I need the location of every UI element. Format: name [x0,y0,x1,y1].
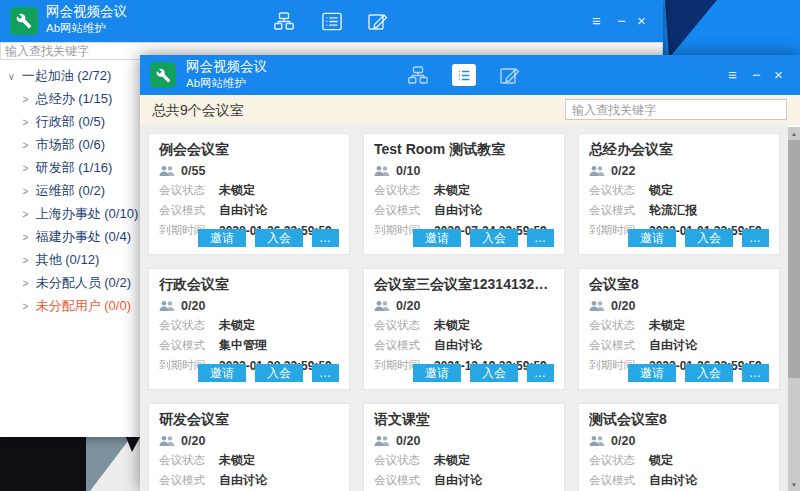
invite-button[interactable]: 邀请 [413,364,461,382]
mode-value: 自由讨论 [649,337,697,354]
attendees-icon [589,435,605,447]
meeting-room-card[interactable]: 会议室8 0/20 会议状态 未锁定 会议模式 自由讨论 到期时间 2022-0… [578,268,780,390]
chevron-icon[interactable]: > [19,272,32,295]
more-button[interactable]: … [312,364,339,382]
chevron-icon[interactable]: > [19,111,32,134]
room-list-icon-selected[interactable] [452,64,476,86]
attendees-icon [374,435,390,447]
more-button[interactable]: … [527,364,554,382]
join-button[interactable]: 入会 [685,364,733,382]
chevron-icon[interactable]: > [19,180,32,203]
invite-button[interactable]: 邀请 [413,229,461,247]
front-titlebar[interactable]: 网会视频会议 Ab网站维护 [140,55,800,95]
meeting-room-card[interactable]: 语文课堂 0/20 会议状态 未锁定 会议模式 自由讨论 到期时间 2022-0… [363,403,565,491]
wallpaper-black-block [0,437,86,491]
more-button[interactable]: … [527,229,554,247]
scroll-up-button[interactable]: ▲ [788,127,800,140]
org-chart-icon[interactable] [272,10,296,32]
attendees-icon [159,165,175,177]
chevron-icon[interactable]: > [19,134,32,157]
mode-value: 轮流汇报 [649,202,697,219]
invite-button[interactable]: 邀请 [628,229,676,247]
room-occupancy: 0/20 [611,434,635,448]
wallpaper-triangle [663,0,800,58]
screen: 网会视频会议 Ab网站维护 [0,0,800,491]
minimize-button[interactable]: − [752,67,761,82]
more-button[interactable]: … [312,229,339,247]
room-name: 例会会议室 [159,141,339,159]
chevron-icon[interactable]: > [19,88,32,111]
summary-toolbar: 总共9个会议室 [140,95,800,125]
mode-label: 会议模式 [374,203,424,218]
chevron-icon[interactable]: ∨ [5,65,18,88]
title-stack: 网会视频会议 Ab网站维护 [186,59,267,90]
status-value: 未锁定 [219,182,255,199]
minimize-button[interactable]: − [617,13,626,28]
meeting-room-card[interactable]: 行政会议室 0/20 会议状态 未锁定 会议模式 集中管理 到期时间 2023-… [148,268,350,390]
join-button[interactable]: 入会 [255,229,303,247]
room-search-input[interactable] [565,99,787,120]
room-occupancy: 0/20 [611,299,635,313]
status-label: 会议状态 [159,183,209,198]
back-titlebar[interactable]: 网会视频会议 Ab网站维护 [0,0,663,42]
app-title: 网会视频会议 [46,4,127,21]
tree-item-count: (0/10) [104,206,138,221]
menu-button[interactable]: ≡ [592,13,601,28]
join-button[interactable]: 入会 [470,364,518,382]
tree-item-count: (1/16) [78,160,112,175]
room-grid: 例会会议室 0/55 会议状态 未锁定 会议模式 自由讨论 到期时间 2028-… [140,125,788,491]
attendees-icon [374,300,390,312]
compose-icon[interactable] [498,64,522,86]
room-list-icon[interactable] [320,10,344,32]
compose-icon[interactable] [366,10,390,32]
status-value: 未锁定 [219,317,255,334]
scroll-down-button[interactable]: ▼ [788,478,800,491]
tree-item-count: (0/12) [65,252,99,267]
chevron-icon[interactable]: > [19,295,32,318]
mode-label: 会议模式 [159,338,209,353]
mode-label: 会议模式 [159,473,209,488]
mode-value: 自由讨论 [219,202,267,219]
meeting-room-card[interactable]: 研发会议室 0/20 会议状态 未锁定 会议模式 自由讨论 到期时间 2022-… [148,403,350,491]
meeting-room-card[interactable]: 总经办会议室 0/22 会议状态 锁定 会议模式 轮流汇报 到期时间 2022-… [578,133,780,255]
invite-button[interactable]: 邀请 [198,364,246,382]
close-button[interactable]: × [774,67,783,82]
join-button[interactable]: 入会 [470,229,518,247]
mode-label: 会议模式 [374,473,424,488]
room-name: Test Room 测试教室 [374,141,554,159]
close-button[interactable]: × [637,13,646,28]
status-value: 未锁定 [649,317,685,334]
meeting-room-card[interactable]: 测试会议室8 0/20 会议状态 锁定 会议模式 自由讨论 到期时间 2021-… [578,403,780,491]
meeting-room-card[interactable]: Test Room 测试教室 0/10 会议状态 未锁定 会议模式 自由讨论 到… [363,133,565,255]
room-occupancy: 0/20 [396,299,420,313]
vertical-scrollbar[interactable]: ▲ ▼ [788,127,800,491]
org-chart-icon[interactable] [406,64,430,86]
status-label: 会议状态 [589,183,639,198]
status-label: 会议状态 [589,318,639,333]
room-occupancy: 0/20 [396,434,420,448]
tree-item-label: 未分配用户 [36,298,101,313]
room-name: 测试会议室8 [589,411,769,429]
more-button[interactable]: … [742,229,769,247]
meeting-room-card[interactable]: 例会会议室 0/55 会议状态 未锁定 会议模式 自由讨论 到期时间 2028-… [148,133,350,255]
chevron-icon[interactable]: > [19,157,32,180]
room-name: 行政会议室 [159,276,339,294]
meeting-room-card[interactable]: 会议室三会议室123141324141三会议室 0/20 会议状态 未锁定 会议… [363,268,565,390]
menu-button[interactable]: ≡ [728,67,737,82]
tree-item-count: (0/2) [104,275,131,290]
mode-label: 会议模式 [589,473,639,488]
invite-button[interactable]: 邀请 [628,364,676,382]
scroll-thumb[interactable] [788,140,800,378]
more-button[interactable]: … [742,364,769,382]
join-button[interactable]: 入会 [255,364,303,382]
chevron-icon[interactable]: > [19,249,32,272]
status-label: 会议状态 [159,318,209,333]
chevron-icon[interactable]: > [19,203,32,226]
room-name: 会议室8 [589,276,769,294]
chevron-icon[interactable]: > [19,226,32,249]
mode-value: 自由讨论 [219,472,267,489]
title-stack: 网会视频会议 Ab网站维护 [46,4,127,35]
room-count-summary: 总共9个会议室 [152,102,244,120]
join-button[interactable]: 入会 [685,229,733,247]
invite-button[interactable]: 邀请 [198,229,246,247]
